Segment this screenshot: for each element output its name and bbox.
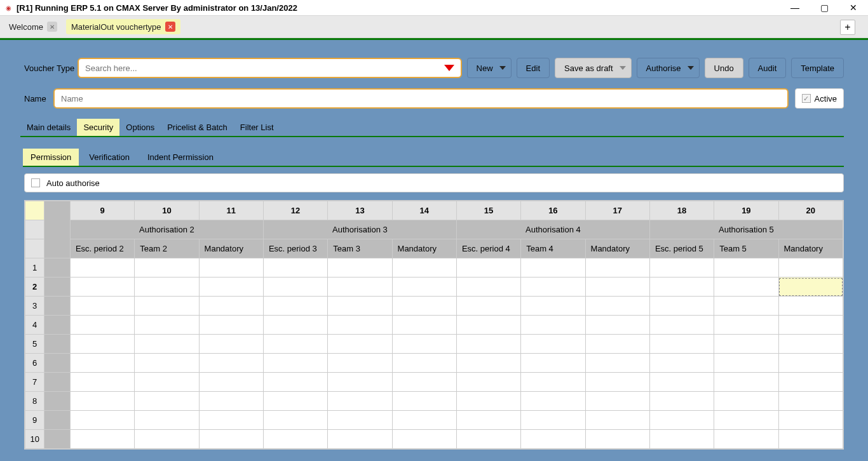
- grid-cell[interactable]: [135, 430, 199, 449]
- grid-cell[interactable]: [456, 430, 520, 449]
- row-header-2[interactable]: 2: [25, 277, 44, 297]
- grid-cell[interactable]: [585, 335, 649, 354]
- col-header-13[interactable]: 13: [328, 201, 392, 220]
- grid-cell[interactable]: [199, 277, 263, 297]
- new-button[interactable]: New: [467, 58, 512, 78]
- grid-cell[interactable]: [778, 316, 843, 335]
- voucher-type-search[interactable]: [78, 58, 462, 78]
- undo-button[interactable]: Undo: [705, 58, 743, 78]
- grid-cell[interactable]: [778, 392, 843, 411]
- col-header-16[interactable]: 16: [521, 201, 585, 220]
- grid-cell[interactable]: [521, 316, 585, 335]
- grid-cell[interactable]: [456, 277, 520, 297]
- col-header-19[interactable]: 19: [714, 201, 778, 220]
- tab-close-icon[interactable]: ✕: [47, 22, 57, 32]
- grid-cell[interactable]: [70, 297, 134, 316]
- grid-cell[interactable]: [199, 297, 263, 316]
- grid-cell[interactable]: [328, 258, 392, 277]
- grid-cell[interactable]: [199, 316, 263, 335]
- grid-cell[interactable]: [778, 277, 843, 297]
- grid-cell[interactable]: [778, 430, 843, 449]
- grid-cell[interactable]: [649, 373, 714, 392]
- grid-cell[interactable]: [585, 297, 649, 316]
- grid-cell[interactable]: [135, 335, 199, 354]
- tab-permission[interactable]: Permission: [23, 149, 79, 166]
- grid-cell[interactable]: [392, 430, 456, 449]
- grid-cell[interactable]: [70, 373, 134, 392]
- grid-cell[interactable]: [328, 335, 392, 354]
- grid-cell[interactable]: [585, 373, 649, 392]
- grid-cell[interactable]: [649, 297, 714, 316]
- grid-cell[interactable]: [392, 354, 456, 373]
- grid-cell[interactable]: [263, 392, 327, 411]
- search-input[interactable]: [85, 63, 454, 73]
- name-input[interactable]: [53, 88, 789, 109]
- grid-cell[interactable]: [714, 258, 778, 277]
- grid-cell[interactable]: [263, 373, 327, 392]
- grid-cell[interactable]: [70, 430, 134, 449]
- grid-cell[interactable]: [328, 277, 392, 297]
- grid-cell[interactable]: [521, 335, 585, 354]
- grid-cell[interactable]: [585, 258, 649, 277]
- grid-cell[interactable]: [456, 411, 520, 430]
- grid-cell[interactable]: [328, 430, 392, 449]
- row-header-7[interactable]: 7: [25, 373, 44, 392]
- col-header-17[interactable]: 17: [585, 201, 649, 220]
- close-button[interactable]: ✕: [839, 0, 868, 15]
- grid-cell[interactable]: [263, 335, 327, 354]
- grid-cell[interactable]: [649, 411, 714, 430]
- grid-cell[interactable]: [649, 316, 714, 335]
- grid-cell[interactable]: [263, 297, 327, 316]
- grid-cell[interactable]: [70, 258, 134, 277]
- authorise-button[interactable]: Authorise: [637, 58, 700, 78]
- tab-materialout[interactable]: MaterialOut vouchertype ✕: [66, 19, 180, 34]
- grid-cell[interactable]: [199, 335, 263, 354]
- grid-cell[interactable]: [263, 258, 327, 277]
- grid-cell[interactable]: [456, 354, 520, 373]
- grid-cell[interactable]: [70, 335, 134, 354]
- active-checkbox-wrap[interactable]: ✓ Active: [795, 88, 844, 109]
- tab-indent-permission[interactable]: Indent Permission: [140, 149, 221, 166]
- audit-button[interactable]: Audit: [749, 58, 787, 78]
- grid-cell[interactable]: [649, 430, 714, 449]
- grid-cell[interactable]: [199, 430, 263, 449]
- col-header-12[interactable]: 12: [263, 201, 327, 220]
- grid-cell[interactable]: [521, 411, 585, 430]
- grid-cell[interactable]: [135, 258, 199, 277]
- grid-cell[interactable]: [392, 258, 456, 277]
- row-header-6[interactable]: 6: [25, 354, 44, 373]
- col-header-15[interactable]: 15: [456, 201, 520, 220]
- grid-cell[interactable]: [135, 316, 199, 335]
- grid-cell[interactable]: [649, 354, 714, 373]
- grid-cell[interactable]: [456, 373, 520, 392]
- grid-cell[interactable]: [456, 258, 520, 277]
- grid-cell[interactable]: [456, 297, 520, 316]
- row-header-4[interactable]: 4: [25, 316, 44, 335]
- grid-cell[interactable]: [392, 335, 456, 354]
- grid-cell[interactable]: [70, 354, 134, 373]
- grid-cell[interactable]: [521, 354, 585, 373]
- grid-cell[interactable]: [135, 354, 199, 373]
- grid-cell[interactable]: [456, 392, 520, 411]
- tab-verification[interactable]: Verification: [81, 149, 137, 166]
- grid-cell[interactable]: [392, 277, 456, 297]
- grid-cell[interactable]: [263, 316, 327, 335]
- tab-main-details[interactable]: Main details: [20, 119, 77, 136]
- grid-cell[interactable]: [392, 411, 456, 430]
- grid-cell[interactable]: [521, 258, 585, 277]
- grid-cell[interactable]: [521, 392, 585, 411]
- save-draft-button[interactable]: Save as draft: [555, 58, 632, 78]
- row-header-3[interactable]: 3: [25, 297, 44, 316]
- grid-cell[interactable]: [778, 411, 843, 430]
- grid-cell[interactable]: [328, 411, 392, 430]
- tab-welcome[interactable]: Welcome ✕: [4, 19, 62, 34]
- grid-cell[interactable]: [263, 411, 327, 430]
- grid-cell[interactable]: [714, 392, 778, 411]
- auto-authorise-checkbox[interactable]: [31, 178, 40, 187]
- grid-cell[interactable]: [521, 297, 585, 316]
- grid-cell[interactable]: [714, 316, 778, 335]
- grid-cell[interactable]: [585, 392, 649, 411]
- permission-grid[interactable]: 91011121314151617181920Authorisation 2Au…: [24, 200, 844, 450]
- grid-cell[interactable]: [135, 392, 199, 411]
- maximize-button[interactable]: ▢: [810, 0, 839, 15]
